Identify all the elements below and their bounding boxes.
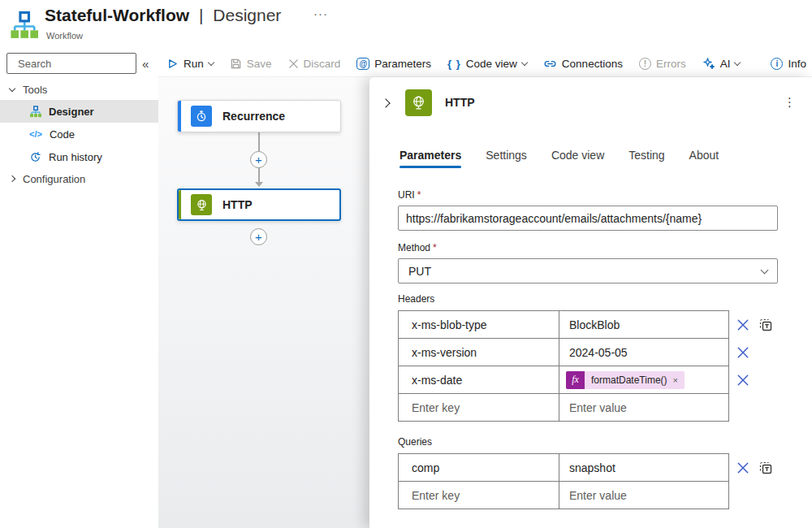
headers-label: Headers (398, 293, 796, 305)
search-input[interactable] (18, 58, 161, 70)
delete-row-button[interactable] (736, 461, 749, 474)
errors-button[interactable]: ! Errors (631, 50, 694, 76)
expression-token[interactable]: fx formatDateTime() × (566, 371, 685, 389)
collapse-sidebar-button[interactable]: « (142, 57, 149, 71)
header-value-cell: fx formatDateTime() × (559, 366, 729, 394)
tab-parameters[interactable]: Parameters (400, 149, 461, 168)
header-key-input[interactable] (408, 346, 549, 359)
workflow-canvas[interactable]: Recurrence + HTTP + (158, 77, 369, 528)
header-more-options-button[interactable]: ··· (313, 6, 328, 20)
recurrence-node[interactable]: Recurrence (177, 100, 341, 132)
header-value-input[interactable] (566, 346, 722, 359)
panel-more-options-button[interactable]: ⋮ (780, 95, 799, 110)
uri-label: URI* (398, 189, 796, 201)
header-key-input[interactable] (408, 318, 549, 331)
uri-label-text: URI (398, 189, 415, 201)
query-key-input[interactable] (408, 489, 549, 502)
command-bar: Run Save Discard @ Parameters { } Code v… (158, 50, 812, 77)
code-view-button[interactable]: { } Code view (439, 50, 535, 76)
query-key-cell (398, 453, 559, 482)
discard-button[interactable]: Discard (280, 50, 349, 76)
header-row-1 (398, 310, 796, 339)
sidebar-item-designer[interactable]: Designer (0, 100, 158, 123)
query-key-input[interactable] (408, 461, 549, 474)
info-label: Info (788, 58, 806, 70)
connections-button[interactable]: Connections (535, 50, 631, 76)
query-row-empty (398, 481, 796, 509)
connector-arrowhead (255, 182, 263, 187)
ai-label: AI (720, 58, 731, 70)
chevron-right-icon (381, 98, 390, 107)
play-icon (166, 58, 179, 70)
header-row-2 (398, 338, 796, 366)
method-dropdown[interactable]: PUT (398, 258, 778, 283)
sidebar-tree: Tools Designer </> Code Run history Conf… (0, 79, 158, 189)
save-button[interactable]: Save (222, 50, 280, 76)
connections-label: Connections (562, 58, 623, 70)
tools-group-header[interactable]: Tools (0, 79, 158, 100)
sidebar-item-run-history[interactable]: Run history (0, 145, 158, 168)
header-key-input[interactable] (408, 401, 549, 414)
run-button[interactable]: Run (158, 50, 222, 76)
header-value-cell (559, 338, 729, 366)
switch-to-text-mode-button[interactable] (758, 461, 773, 475)
insert-step-button[interactable]: + (250, 151, 267, 168)
chevron-down-icon (208, 58, 214, 65)
panel-title: HTTP (445, 96, 475, 109)
method-value: PUT (408, 265, 431, 278)
header-value-cell (559, 310, 729, 339)
header-value-input[interactable] (566, 401, 722, 414)
http-node-label: HTTP (222, 198, 253, 211)
header-key-input[interactable] (408, 374, 549, 387)
run-label: Run (184, 58, 204, 70)
ai-button[interactable]: AI (694, 50, 749, 76)
http-accent-bar (179, 190, 181, 219)
tab-about[interactable]: About (689, 149, 719, 168)
header-value-cell (559, 393, 729, 422)
header-key-cell (398, 338, 559, 366)
tools-group-label: Tools (23, 84, 47, 96)
header-value-input[interactable] (566, 318, 722, 331)
header-row-3: fx formatDateTime() × (398, 366, 796, 394)
resource-type-label: Workflow (46, 31, 83, 41)
header-key-cell (398, 366, 559, 394)
delete-row-button[interactable] (736, 374, 749, 387)
query-key-cell (398, 481, 559, 509)
http-panel-icon (405, 89, 432, 116)
parameters-button[interactable]: @ Parameters (348, 50, 439, 76)
configuration-label: Configuration (23, 173, 85, 185)
search-box (6, 53, 136, 74)
active-tab-underline (400, 166, 461, 168)
plus-icon: + (255, 153, 262, 167)
braces-icon: { } (447, 58, 461, 70)
parameters-label: Parameters (374, 58, 431, 70)
header-key-cell (398, 393, 559, 422)
tab-code-view[interactable]: Code view (551, 149, 604, 168)
delete-row-button[interactable] (736, 346, 749, 359)
configuration-group-header[interactable]: Configuration (0, 168, 158, 189)
tab-settings[interactable]: Settings (486, 149, 527, 168)
query-value-input[interactable] (566, 461, 722, 474)
http-node[interactable]: HTTP (177, 188, 341, 221)
tab-testing[interactable]: Testing (628, 149, 664, 168)
chevron-down-icon (9, 84, 15, 91)
recurrence-accent-bar (178, 101, 181, 132)
chevron-down-icon (761, 266, 769, 274)
uri-input[interactable] (398, 206, 778, 231)
tab-code-view-label: Code view (551, 149, 604, 162)
errors-label: Errors (656, 58, 686, 70)
chevron-down-icon (734, 58, 741, 65)
add-action-button[interactable]: + (250, 228, 267, 245)
chevron-right-icon (9, 175, 15, 182)
sidebar-item-code[interactable]: </> Code (0, 123, 158, 145)
info-button[interactable]: i Info (762, 50, 812, 76)
method-label: Method* (398, 242, 796, 253)
remove-token-icon[interactable]: × (673, 375, 678, 385)
fx-icon: fx (566, 371, 585, 389)
collapse-panel-button[interactable] (382, 95, 394, 110)
workflow-name: Stateful-Workflow (45, 6, 189, 24)
switch-to-text-mode-button[interactable] (758, 318, 773, 332)
query-value-input[interactable] (566, 489, 722, 502)
delete-row-button[interactable] (736, 318, 749, 331)
required-asterisk: * (417, 189, 421, 201)
